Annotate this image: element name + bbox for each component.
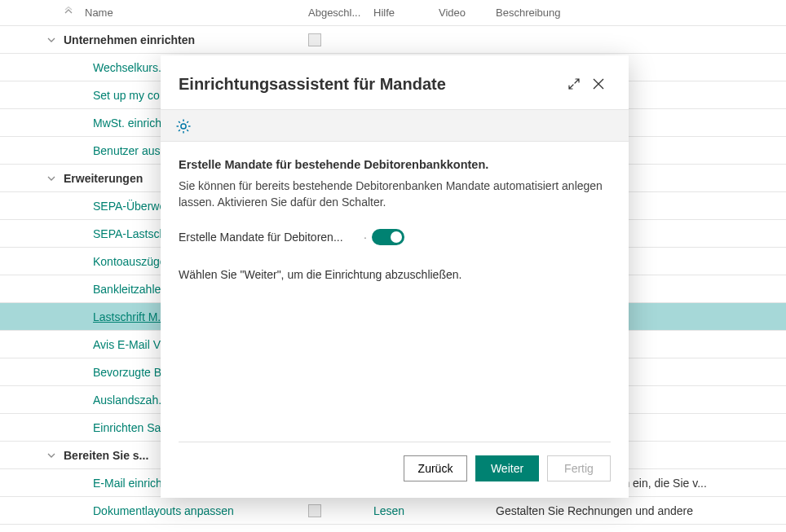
toggle-label: Erstelle Mandate für Debitoren... bbox=[179, 231, 362, 244]
sort-icon[interactable] bbox=[64, 7, 73, 19]
row-description: Gestalten Sie Rechnungen und andere bbox=[496, 504, 786, 517]
row-link[interactable]: Einrichten Sa... bbox=[93, 421, 170, 434]
expand-icon[interactable] bbox=[562, 72, 586, 96]
modal-body: Erstelle Mandate für bestehende Debitore… bbox=[161, 142, 629, 442]
modal-header: Einrichtungsassistent für Mandate bbox=[161, 55, 629, 109]
row-link[interactable]: Bevorzugte B... bbox=[93, 366, 171, 379]
svg-point-0 bbox=[181, 123, 186, 128]
row-link[interactable]: Set up my co... bbox=[93, 89, 169, 102]
modal-toolbar bbox=[161, 109, 629, 142]
row-link[interactable]: Bankleitzahle... bbox=[93, 283, 170, 296]
row-link[interactable]: Avis E-Mail V... bbox=[93, 338, 169, 351]
back-button[interactable]: Zurück bbox=[404, 455, 467, 481]
chevron-down-icon[interactable] bbox=[0, 36, 64, 44]
row-link[interactable]: Wechselkurs... bbox=[93, 61, 168, 74]
modal-subtitle: Erstelle Mandate für bestehende Debitore… bbox=[179, 158, 611, 171]
table-row[interactable]: Dokumentlayouts anpassenLesenGestalten S… bbox=[0, 497, 786, 525]
svg-line-6 bbox=[187, 130, 188, 131]
setup-wizard-modal: Einrichtungsassistent für Mandate Erstel… bbox=[161, 55, 629, 498]
col-header-beschreibung[interactable]: Beschreibung bbox=[496, 7, 786, 19]
row-link[interactable]: Lastschrift M... bbox=[93, 310, 167, 323]
modal-description: Sie können für bereits bestehende Debito… bbox=[179, 178, 611, 211]
completed-checkbox[interactable] bbox=[308, 504, 321, 517]
create-mandates-toggle[interactable] bbox=[372, 229, 404, 245]
toggle-separator: · bbox=[362, 231, 367, 244]
gear-icon[interactable] bbox=[175, 118, 192, 137]
row-link[interactable]: Auslandszah... bbox=[93, 394, 168, 407]
close-icon[interactable] bbox=[586, 72, 611, 96]
chevron-down-icon[interactable] bbox=[0, 174, 64, 182]
completed-checkbox[interactable] bbox=[308, 33, 321, 46]
chevron-down-icon[interactable] bbox=[0, 451, 64, 459]
modal-title: Einrichtungsassistent für Mandate bbox=[179, 75, 562, 94]
col-header-hilfe[interactable]: Hilfe bbox=[373, 7, 439, 19]
table-header-row: Name Abgeschl... Hilfe Video Beschreibun… bbox=[0, 0, 786, 26]
col-header-abgeschlossen[interactable]: Abgeschl... bbox=[308, 7, 373, 19]
svg-line-7 bbox=[179, 130, 180, 131]
svg-line-5 bbox=[179, 121, 180, 123]
finish-button: Fertig bbox=[547, 455, 611, 481]
modal-next-hint: Wählen Sie "Weiter", um die Einrichtung … bbox=[179, 268, 611, 281]
col-header-name[interactable]: Name bbox=[64, 7, 308, 19]
svg-line-8 bbox=[187, 121, 188, 123]
row-link[interactable]: MwSt. einrich... bbox=[93, 117, 171, 130]
next-button[interactable]: Weiter bbox=[475, 455, 539, 481]
help-link[interactable]: Lesen bbox=[373, 504, 439, 517]
row-link[interactable]: Benutzer aus... bbox=[93, 144, 170, 157]
group-row[interactable]: Unternehmen einrichten bbox=[0, 26, 786, 54]
modal-footer: Zurück Weiter Fertig bbox=[179, 442, 611, 498]
toggle-row: Erstelle Mandate für Debitoren... · bbox=[179, 229, 611, 245]
row-link[interactable]: Dokumentlayouts anpassen bbox=[93, 504, 234, 517]
group-label: Unternehmen einrichten bbox=[64, 33, 308, 46]
col-header-video[interactable]: Video bbox=[439, 7, 496, 19]
